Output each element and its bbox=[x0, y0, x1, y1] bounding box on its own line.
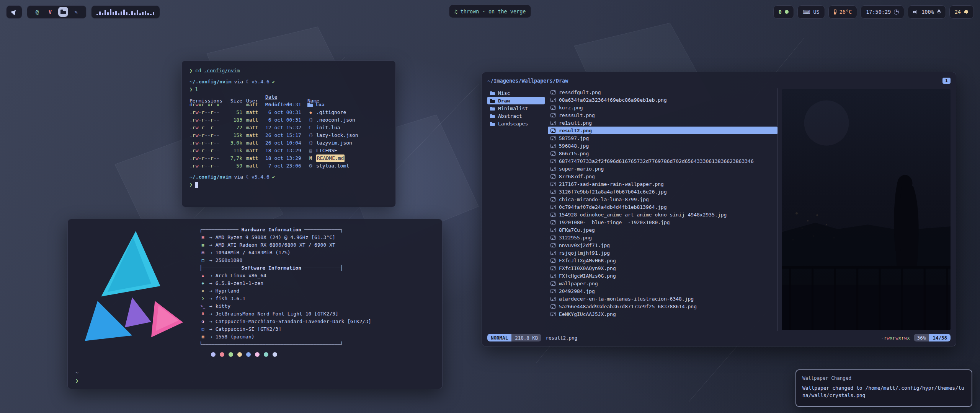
file-owner: matt bbox=[246, 147, 261, 154]
file-entry[interactable]: super-mario.png bbox=[548, 165, 777, 172]
fastfetch-window[interactable]: ┌──────────── Hardware Information ─────… bbox=[67, 219, 443, 389]
keyboard-layout-module[interactable]: US bbox=[797, 5, 825, 19]
info-row: → 980x413 bbox=[199, 257, 371, 264]
breadcrumb-path: ~/Imagenes/Wallpapers/Draw bbox=[487, 78, 568, 84]
file-entry[interactable]: FXfcII0X0AQyn9X.png bbox=[548, 264, 777, 272]
workspace-button[interactable]: V bbox=[45, 7, 55, 17]
file-entry[interactable]: 866715.png bbox=[548, 150, 777, 157]
file-name: lua bbox=[315, 101, 324, 109]
file-entry[interactable]: 154928-odinokoe_anime-art-anime-okno-sin… bbox=[548, 211, 777, 218]
file-size: 11k bbox=[227, 147, 242, 154]
file-row[interactable]: .rw-r--r-- 59 matt 7 oct 23:06 stylua.to… bbox=[189, 162, 388, 170]
lua-moon-icon: ☾ bbox=[246, 173, 249, 181]
file-entry[interactable]: resssult.png bbox=[548, 111, 777, 119]
file-type-icon bbox=[307, 116, 314, 124]
file-entry[interactable]: 0c794faf07de24a4db4d4fb1eb813964.jpg bbox=[548, 203, 777, 211]
file-owner: matt bbox=[246, 101, 261, 109]
file-entry[interactable]: 587597.jpg bbox=[548, 134, 777, 142]
info-icon bbox=[199, 249, 206, 257]
updates-module[interactable]: 0 bbox=[773, 5, 794, 19]
parent-folders-pane: Misc Draw Minimalist Abstract Landscapes bbox=[487, 88, 545, 331]
notification-popup[interactable]: Wallpaper Changed Wallpaper changed to /… bbox=[795, 369, 972, 407]
clock-value: 17:50:29 bbox=[866, 9, 891, 15]
file-row[interactable]: .rw-r--r-- 11k matt 18 oct 13:29 LICENSE bbox=[189, 147, 388, 154]
file-entry[interactable]: atardecer-en-la-montanas-ilustracion-634… bbox=[548, 295, 777, 302]
notifications-module[interactable]: 24 bbox=[949, 5, 974, 19]
file-entry[interactable]: 87r687df.png bbox=[548, 172, 777, 180]
volume-module[interactable]: 100% bbox=[908, 5, 946, 19]
sidebar-folder[interactable]: Abstract bbox=[487, 112, 545, 120]
prompt-path: ~/.config/nvim bbox=[189, 173, 232, 181]
file-entry[interactable]: 596848.jpg bbox=[548, 142, 777, 150]
file-row[interactable]: .rw-r--r-- 51 matt 6 oct 00:31 .gitignor… bbox=[189, 109, 388, 116]
file-entry[interactable]: 20492984.jpg bbox=[548, 287, 777, 295]
file-entry[interactable]: 3122955.png bbox=[548, 234, 777, 241]
song-title: thrown - on the verge bbox=[461, 8, 526, 15]
shell-prompt[interactable]: ~ ❯ bbox=[75, 369, 78, 384]
file-owner: matt bbox=[246, 139, 261, 147]
file-entry[interactable]: 08a634fa02a32364f69ebc86a98eb1eb.png bbox=[548, 96, 777, 104]
temperature-module[interactable]: 26°C bbox=[828, 5, 858, 19]
file-name: README.md bbox=[316, 154, 345, 162]
file-row[interactable]: .rw-r--r-- 3,0k matt 26 oct 10:04 lazyvi… bbox=[189, 139, 388, 147]
file-date: 6 oct 00:31 bbox=[265, 116, 304, 124]
file-entry[interactable]: 8FKa7Cu.jpeg bbox=[548, 226, 777, 234]
file-entry[interactable]: result2.png bbox=[548, 127, 777, 134]
hardware-section-header: ┌──────────── Hardware Information ─────… bbox=[199, 226, 371, 234]
workspace-button[interactable]: @ bbox=[32, 7, 42, 17]
info-row: → kitty bbox=[199, 302, 371, 310]
image-file-icon bbox=[550, 259, 556, 263]
file-entry[interactable]: rsjqojlmjhf91.jpg bbox=[548, 249, 777, 257]
file-row[interactable]: .rw-r--r-- 15k matt 26 oct 15:17 lazy-lo… bbox=[189, 132, 388, 139]
workspace-icon: V bbox=[49, 9, 52, 15]
file-permissions: .rw-r--r-- bbox=[189, 139, 223, 147]
file-row[interactable]: drwxr-xr-x - matt 6 oct 00:31 lua bbox=[189, 101, 388, 109]
file-entry[interactable]: 217167-sad-anime-rain-wallpaper.png bbox=[548, 180, 777, 188]
image-file-icon bbox=[550, 251, 556, 255]
file-entry[interactable]: nnvuv0xj2df71.jpg bbox=[548, 241, 777, 249]
file-entry[interactable]: FXfcJlTXgAMvH6R.png bbox=[548, 257, 777, 264]
media-player-module[interactable]: thrown - on the verge bbox=[449, 5, 531, 18]
file-row[interactable]: .rw-r--r-- 183 matt 6 oct 00:31 .neoconf… bbox=[189, 116, 388, 124]
sidebar-folder[interactable]: Misc bbox=[487, 89, 545, 97]
section-footer: └───────────────────────────────────────… bbox=[199, 341, 371, 348]
sidebar-folder[interactable]: Draw bbox=[487, 97, 545, 104]
file-entry[interactable]: 3126f7e9bbf21a8a4af0b67b041c6e26.jpg bbox=[548, 188, 777, 195]
color-dot bbox=[255, 352, 260, 357]
file-entry[interactable]: wallpaper.png bbox=[548, 280, 777, 287]
workspace-button[interactable] bbox=[58, 7, 68, 17]
launcher-button[interactable] bbox=[6, 5, 22, 19]
arrow-icon: → bbox=[209, 280, 212, 287]
info-value: Arch Linux x86_64 bbox=[216, 272, 266, 280]
file-entry[interactable]: FXfcHgcWIAMzs0G.png bbox=[548, 272, 777, 280]
clock-module[interactable]: 17:50:29 bbox=[861, 5, 904, 19]
file-entry[interactable]: EeNKYgIUcAAJ5JX.png bbox=[548, 310, 777, 318]
yazi-file-manager-window[interactable]: ~/Imagenes/Wallpapers/Draw 1 Misc Draw M… bbox=[482, 72, 956, 346]
prompt-input-line[interactable]: ❯ bbox=[189, 181, 388, 189]
file-entry[interactable]: 68747470733a2f2f696d616765732d7769786d70… bbox=[548, 157, 777, 165]
selected-file-name: result2.png bbox=[546, 335, 577, 341]
info-row: → AMD ATI Radeon RX 6800/6800 XT / 6900 … bbox=[199, 241, 371, 249]
kitty-terminal-window[interactable]: ❯cd.config/nvim ~/.config/nvimvia☾v5.4.6… bbox=[181, 60, 396, 207]
folder-icon bbox=[490, 106, 495, 111]
green-dot-icon bbox=[785, 10, 789, 14]
file-entry[interactable]: 19201080-__blue-tinge__-1920×1080.jpg bbox=[548, 218, 777, 226]
file-entry[interactable]: re1sult.png bbox=[548, 119, 777, 127]
workspace-button[interactable]: ✎ bbox=[71, 7, 81, 17]
image-file-icon bbox=[550, 136, 556, 140]
file-entry[interactable]: chica-mirando-la-luna-8799.jpg bbox=[548, 195, 777, 203]
color-dot bbox=[273, 352, 277, 357]
sidebar-folder[interactable]: Minimalist bbox=[487, 104, 545, 112]
file-row[interactable]: .rw-r--r-- 7,7k matt 18 oct 13:29 README… bbox=[189, 154, 388, 162]
file-entry[interactable]: ressdfgult.png bbox=[548, 88, 777, 96]
sidebar-folder[interactable]: Landscapes bbox=[487, 120, 545, 127]
file-entry[interactable]: 5a266e448add93deab367d87173e9f25-6837886… bbox=[548, 302, 777, 310]
info-icon bbox=[199, 325, 206, 333]
audio-visualizer[interactable] bbox=[91, 5, 160, 19]
command: cd bbox=[195, 67, 201, 75]
tab-badge[interactable]: 1 bbox=[942, 78, 951, 84]
file-entry[interactable]: kurz.png bbox=[548, 104, 777, 111]
info-row: → fish 3.6.1 bbox=[199, 295, 371, 302]
prompt-line: ~/.config/nvimvia☾v5.4.6✔ bbox=[189, 78, 388, 86]
file-row[interactable]: .rw-r--r-- 72 matt 12 oct 15:32 init.lua bbox=[189, 124, 388, 132]
